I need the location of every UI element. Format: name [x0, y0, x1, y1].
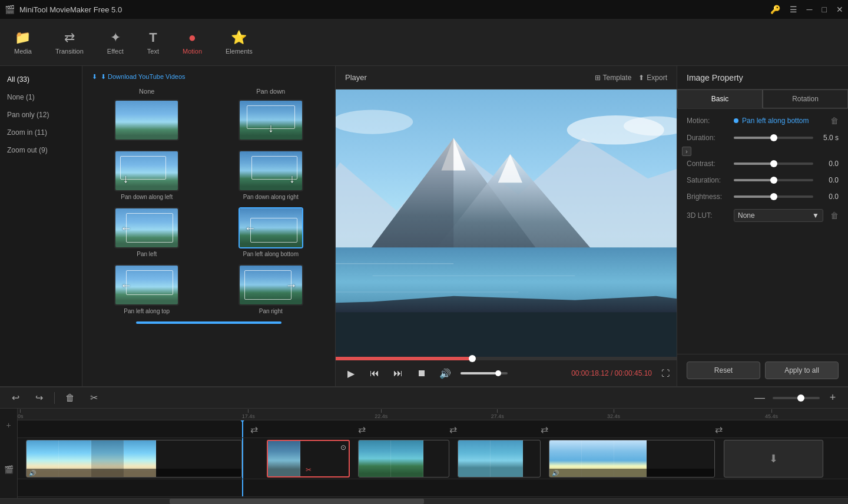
saturation-slider[interactable]	[734, 179, 813, 181]
volume-button[interactable]: 🔊	[437, 365, 453, 382]
transition-arrow-1: ⇄	[250, 423, 258, 435]
progress-fill	[336, 357, 472, 360]
timeline-scrollbar[interactable]	[0, 498, 848, 504]
transition-arrow-2: ⇄	[358, 423, 366, 435]
saturation-fill	[734, 179, 774, 181]
category-zoom-out[interactable]: Zoom out (9)	[0, 141, 82, 159]
zoom-out-button[interactable]: —	[751, 390, 768, 406]
minimize-button[interactable]: ─	[807, 5, 813, 14]
menu-button[interactable]: ☰	[790, 5, 797, 14]
ruler-mark-324s: 32.4s	[607, 409, 620, 419]
motion-thumb-pan-right[interactable]: →	[238, 264, 303, 306]
clip-partial[interactable]: ⬇	[724, 440, 823, 478]
pan-down-arrow: ↓	[268, 121, 274, 135]
prop-row-duration: Duration: 5.0 s	[687, 134, 839, 142]
motion-item-pan-left-bottom[interactable]: ← Pan left along bottom	[211, 207, 331, 257]
toolbar-media[interactable]: 📁 Media	[9, 28, 37, 57]
clip-mountain-frame-1	[268, 441, 300, 476]
close-button[interactable]: ✕	[836, 5, 843, 14]
apply-all-button[interactable]: Apply to all	[765, 362, 839, 379]
redo-button[interactable]: ↪	[31, 390, 47, 406]
clip-mountain-selected[interactable]: ⊙ ✂	[267, 440, 350, 478]
clip-beach[interactable]: 🔊	[26, 440, 242, 478]
brightness-slider[interactable]	[734, 195, 813, 198]
tab-rotation[interactable]: Rotation	[763, 89, 848, 108]
tab-basic[interactable]: Basic	[677, 89, 763, 108]
play-button[interactable]: ▶	[343, 365, 359, 382]
duration-thumb[interactable]	[770, 134, 777, 141]
delete-button[interactable]: 🗑	[62, 390, 78, 406]
saturation-thumb[interactable]	[770, 177, 777, 184]
motion-thumb-pan-left-top[interactable]: ←	[114, 264, 179, 306]
transition-arrow-4: ⇄	[541, 423, 548, 435]
toolbar-motion[interactable]: ● Motion	[178, 28, 207, 57]
zoom-in-button[interactable]: +	[824, 390, 841, 406]
clip-lake[interactable]	[458, 440, 541, 478]
add-track-button[interactable]: +	[6, 420, 11, 430]
time-display: 00:00:18.12 / 00:00:45.10	[571, 369, 652, 377]
template-button[interactable]: ⊞ Template	[595, 74, 632, 82]
motion-item-none[interactable]: None	[87, 88, 207, 143]
motion-thumb-pan-left-bottom[interactable]: ←	[238, 207, 303, 248]
prop-row-saturation: Saturation: 0.0	[687, 176, 839, 184]
lut-select[interactable]: None ▼	[734, 209, 823, 222]
prev-button[interactable]: ⏮	[366, 365, 383, 382]
motion-item-pan-left[interactable]: ← Pan left	[87, 207, 207, 257]
maximize-button[interactable]: □	[822, 5, 827, 14]
transition-track: ⇄ ⇄ ⇄ ⇄ ⇄	[18, 420, 848, 438]
brightness-thumb[interactable]	[770, 193, 777, 200]
key-button[interactable]: 🔑	[770, 5, 780, 14]
stop-button[interactable]: ⏹	[413, 365, 430, 382]
zoom-thumb[interactable]	[797, 394, 804, 402]
motion-grid: ⬇ ⬇ Download YouTube Videos None Pan dow…	[82, 66, 335, 386]
category-none[interactable]: None (1)	[0, 88, 82, 106]
volume-slider[interactable]	[461, 372, 508, 374]
lut-delete-button[interactable]: 🗑	[830, 211, 839, 220]
next-button[interactable]: ⏭	[390, 365, 406, 382]
progress-thumb[interactable]	[469, 355, 476, 362]
playhead-audio	[242, 479, 243, 496]
clip-forest[interactable]	[358, 440, 449, 478]
motion-select[interactable]: Pan left along bottom	[734, 117, 809, 125]
pl-arrow: ←	[120, 221, 132, 235]
category-zoom-in[interactable]: Zoom in (11)	[0, 124, 82, 141]
toolbar-effect[interactable]: ✦ Effect	[102, 28, 128, 57]
contrast-slider[interactable]	[734, 163, 813, 165]
fullscreen-button[interactable]: ⛶	[661, 369, 670, 378]
motion-delete-button[interactable]: 🗑	[830, 116, 839, 125]
reset-button[interactable]: Reset	[687, 362, 760, 379]
right-tabs: Basic Rotation	[677, 89, 848, 109]
export-button[interactable]: ⬆ Export	[638, 74, 667, 82]
undo-button[interactable]: ↩	[7, 390, 24, 406]
motion-thumb-pan-down-right[interactable]: ↓	[238, 150, 303, 191]
expand-button[interactable]: ›	[682, 147, 691, 156]
motion-item-pan-down[interactable]: Pan down ↓	[211, 88, 331, 143]
motion-dot	[734, 118, 738, 123]
zoom-slider[interactable]	[773, 397, 820, 399]
category-pan-only[interactable]: Pan only (12)	[0, 106, 82, 124]
motion-item-pan-down-left[interactable]: ↓ Pan down along left	[87, 150, 207, 200]
progress-bar[interactable]	[336, 357, 677, 360]
motion-item-pan-right[interactable]: → Pan right	[211, 264, 331, 314]
duration-slider[interactable]	[734, 137, 813, 139]
scrollbar-thumb[interactable]	[170, 499, 424, 504]
pan-down-header: Pan down	[238, 88, 303, 95]
motion-thumb-pan-down-left[interactable]: ↓	[114, 150, 179, 191]
split-button[interactable]: ✂	[85, 390, 102, 406]
effect-label: Effect	[107, 48, 124, 55]
toolbar-transition[interactable]: ⇄ Transition	[51, 28, 88, 57]
motion-item-pan-down-right[interactable]: ↓ Pan down along right	[211, 150, 331, 200]
category-all[interactable]: All (33)	[0, 71, 82, 88]
duration-value-row: 5.0 s	[734, 134, 839, 142]
toolbar-elements[interactable]: ⭐ Elements	[221, 28, 257, 57]
download-youtube-bar[interactable]: ⬇ ⬇ Download YouTube Videos	[87, 71, 330, 83]
motion-thumb-pan-down[interactable]: ↓	[238, 100, 303, 141]
toolbar-separator	[54, 392, 55, 404]
motion-pan-down-right-label: Pan down along right	[243, 194, 299, 200]
motion-thumb-pan-left[interactable]: ←	[114, 207, 179, 248]
toolbar-text[interactable]: T Text	[143, 28, 164, 57]
motion-thumb-none[interactable]	[114, 100, 179, 141]
motion-item-pan-left-top[interactable]: ← Pan left along top	[87, 264, 207, 314]
clip-sky[interactable]: 🔊	[549, 440, 715, 478]
contrast-thumb[interactable]	[770, 160, 777, 167]
